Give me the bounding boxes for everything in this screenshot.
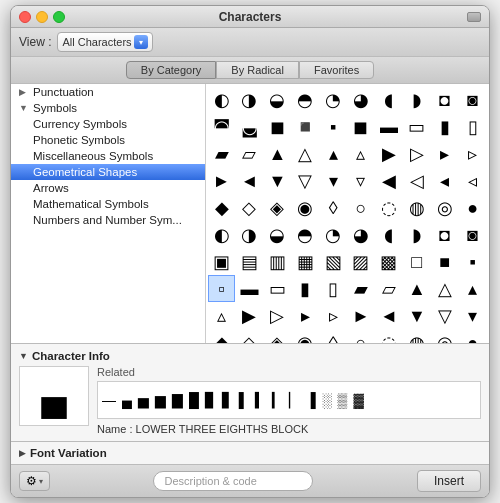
tab-by-radical[interactable]: By Radical [216,61,299,79]
related-char-item[interactable]: ▍ [253,391,268,409]
char-cell[interactable]: ◐ [208,86,235,113]
char-cell[interactable]: ▽ [292,167,319,194]
related-char-item[interactable]: ▏ [287,391,302,409]
char-cell[interactable]: ▯ [459,113,486,140]
char-cell[interactable]: ◘ [431,86,458,113]
search-field[interactable]: Description & code [153,471,313,491]
close-button[interactable] [19,11,31,23]
char-cell[interactable]: ▱ [375,275,402,302]
char-cell[interactable]: ■ [431,248,458,275]
char-cell[interactable]: ▽ [431,302,458,329]
char-cell[interactable]: ◾ [292,113,319,140]
char-cell[interactable]: ▤ [236,248,263,275]
char-cell[interactable]: ▮ [292,275,319,302]
char-cell[interactable]: ◙ [459,86,486,113]
char-cell[interactable]: ○ [347,329,374,343]
char-cell[interactable]: ◉ [292,329,319,343]
char-cell[interactable]: ▴ [459,275,486,302]
char-cell[interactable]: ▯ [320,275,347,302]
char-cell[interactable]: ▫ [208,275,235,302]
char-cell[interactable]: ▧ [320,248,347,275]
char-cell[interactable]: ▰ [347,275,374,302]
char-cell[interactable]: ◼ [264,113,291,140]
char-cell[interactable]: ▷ [264,302,291,329]
char-cell[interactable]: ◇ [236,329,263,343]
related-char-item[interactable]: ░ [320,391,334,409]
related-char-item[interactable]: ▓ [352,391,366,409]
char-cell[interactable]: ◆ [208,194,235,221]
char-cell[interactable]: ▦ [292,248,319,275]
char-cell[interactable]: ◍ [403,194,430,221]
char-cell[interactable]: ◊ [320,329,347,343]
char-cell[interactable]: ◓ [292,86,319,113]
char-cell[interactable]: ▥ [264,248,291,275]
char-cell[interactable]: ◖ [375,86,402,113]
char-cell[interactable]: ▾ [459,302,486,329]
char-cell[interactable]: ◗ [403,86,430,113]
char-cell[interactable]: ◄ [236,167,263,194]
char-cell[interactable]: ► [208,167,235,194]
related-char-item[interactable]: ▊ [203,391,218,409]
char-cell[interactable]: ▬ [236,275,263,302]
char-cell[interactable]: ◂ [431,167,458,194]
sidebar-item-geometrical-shapes[interactable]: Geometrical Shapes [11,164,205,180]
char-cell[interactable]: ◎ [431,329,458,343]
related-char-item[interactable]: ▇ [170,391,185,409]
maximize-button[interactable] [53,11,65,23]
minimize-button[interactable] [36,11,48,23]
sidebar-item-numbers[interactable]: Numbers and Number Sym... [11,212,205,228]
char-cell[interactable]: ◒ [264,221,291,248]
sidebar-item-symbols[interactable]: ▼ Symbols [11,100,205,116]
char-cell[interactable]: ▰ [208,140,235,167]
char-cell[interactable]: ◐ [208,221,235,248]
char-cell[interactable]: ◍ [403,329,430,343]
char-cell[interactable]: ▩ [375,248,402,275]
sidebar-item-phonetic-symbols[interactable]: Phonetic Symbols [11,132,205,148]
char-cell[interactable]: ● [459,329,486,343]
char-cell[interactable]: ▾ [320,167,347,194]
sidebar-item-currency-symbols[interactable]: Currency Symbols [11,116,205,132]
char-cell[interactable]: ◆ [208,329,235,343]
char-cell[interactable]: ▲ [403,275,430,302]
char-cell[interactable]: ◖ [375,221,402,248]
char-cell[interactable]: ◙ [459,221,486,248]
char-cell[interactable]: ◗ [403,221,430,248]
char-cell[interactable]: □ [403,248,430,275]
char-cell[interactable]: ◕ [347,221,374,248]
char-cell[interactable]: ◀ [375,167,402,194]
char-cell[interactable]: ◃ [459,167,486,194]
gear-button[interactable]: ⚙ ▾ [19,471,50,491]
char-cell[interactable]: ▸ [292,302,319,329]
char-cell[interactable]: ▸ [431,140,458,167]
char-cell[interactable]: ◚ [208,113,235,140]
char-cell[interactable]: ◎ [431,194,458,221]
sidebar-item-misc-symbols[interactable]: Miscellaneous Symbols [11,148,205,164]
char-cell[interactable]: ◼ [347,113,374,140]
char-cell[interactable]: ◊ [320,194,347,221]
char-cell[interactable]: ◔ [320,86,347,113]
char-cell[interactable]: ◌ [375,194,402,221]
related-char-item[interactable]: ▅ [136,391,151,409]
related-char-item[interactable]: ▆ [153,391,168,409]
char-cell[interactable]: ▿ [347,167,374,194]
char-cell[interactable]: ▶ [375,140,402,167]
char-cell[interactable]: ○ [347,194,374,221]
related-char-item[interactable]: ▎ [270,391,285,409]
tab-favorites[interactable]: Favorites [299,61,374,79]
sidebar-item-punctuation[interactable]: ▶ Punctuation [11,84,205,100]
char-cell[interactable]: ▹ [459,140,486,167]
char-cell[interactable]: ◘ [431,221,458,248]
char-cell[interactable]: ◇ [236,194,263,221]
char-cell[interactable]: ▪ [459,248,486,275]
related-char-item[interactable]: █ [187,391,201,409]
char-cell[interactable]: ◈ [264,329,291,343]
char-cell[interactable]: ▬ [375,113,402,140]
char-cell[interactable]: ▭ [264,275,291,302]
char-cell[interactable]: ► [347,302,374,329]
char-cell[interactable]: ▵ [208,302,235,329]
char-cell[interactable]: ● [459,194,486,221]
tab-by-category[interactable]: By Category [126,61,217,79]
char-cell[interactable]: ◑ [236,221,263,248]
char-cell[interactable]: ▮ [431,113,458,140]
view-select[interactable]: All Characters ▾ [57,32,152,52]
